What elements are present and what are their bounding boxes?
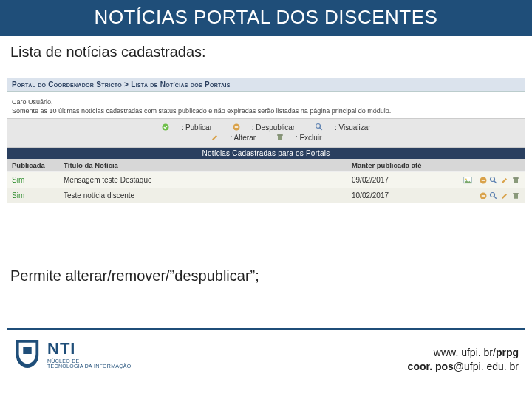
cell-title: Teste notícia discente bbox=[59, 188, 347, 203]
table-row: Sim Mensagem teste Destaque 09/02/2017 bbox=[7, 172, 525, 188]
greeting: Caro Usuário, bbox=[12, 98, 520, 106]
delete-icon[interactable] bbox=[511, 191, 520, 200]
legend-excluir: : Excluir bbox=[271, 133, 327, 142]
cell-date: 09/02/2017 bbox=[347, 172, 443, 188]
svg-line-12 bbox=[494, 180, 497, 183]
delete-icon bbox=[276, 133, 284, 142]
svg-rect-5 bbox=[278, 136, 282, 140]
list-header-bar: Notícias Cadastradas para os Portais bbox=[7, 148, 525, 159]
publish-icon bbox=[161, 123, 170, 132]
svg-point-11 bbox=[491, 177, 495, 181]
edit-icon bbox=[211, 133, 219, 142]
cell-date: 10/02/2017 bbox=[347, 188, 443, 203]
legend-visualizar: : Visualizar bbox=[310, 123, 375, 132]
svg-rect-20 bbox=[513, 193, 519, 194]
svg-line-18 bbox=[494, 197, 497, 199]
contact-block: www. ufpi. br/prpg coor. pos@ufpi. edu. … bbox=[408, 346, 519, 374]
legend-publicar: : Publicar bbox=[157, 123, 216, 132]
cell-actions bbox=[443, 188, 525, 203]
news-panel: Portal do Coordenador Stricto > Lista de… bbox=[7, 78, 525, 203]
footer-logo: NTI NÚCLEO DE TECNOLOGIA DA INFORMAÇÃO bbox=[13, 337, 131, 371]
edit-icon[interactable] bbox=[500, 191, 509, 200]
table-row: Sim Teste notícia discente 10/02/2017 bbox=[7, 188, 525, 203]
cell-pub: Sim bbox=[7, 172, 59, 188]
unpublish-icon bbox=[232, 123, 241, 132]
legend-despublicar: : Despublicar bbox=[228, 123, 299, 132]
info-block: Caro Usuário, Somente as 10 últimas notí… bbox=[7, 92, 525, 118]
footer-divider bbox=[7, 328, 525, 330]
svg-rect-19 bbox=[514, 194, 518, 199]
unpublish-icon[interactable] bbox=[479, 191, 488, 200]
contact-url: www. ufpi. br/prpg bbox=[408, 346, 519, 360]
unpublish-icon[interactable] bbox=[479, 176, 488, 185]
delete-icon[interactable] bbox=[511, 176, 520, 185]
contact-email: coor. pos@ufpi. edu. br bbox=[408, 360, 519, 374]
crest-icon bbox=[13, 337, 41, 371]
cell-pub: Sim bbox=[7, 188, 59, 203]
svg-rect-10 bbox=[481, 180, 485, 181]
col-publicada: Publicada bbox=[7, 159, 59, 172]
svg-rect-14 bbox=[513, 177, 519, 179]
cell-title: Mensagem teste Destaque bbox=[59, 172, 347, 188]
breadcrumb: Portal do Coordenador Stricto > Lista de… bbox=[7, 78, 525, 92]
col-ate: Manter publicada até bbox=[347, 159, 443, 172]
col-actions bbox=[443, 159, 525, 172]
subheader: Lista de notícias cadastradas: bbox=[0, 36, 532, 65]
svg-line-4 bbox=[320, 128, 322, 130]
svg-rect-21 bbox=[23, 347, 31, 355]
news-table: Publicada Título da Notícia Manter publi… bbox=[7, 159, 525, 203]
svg-rect-16 bbox=[481, 195, 485, 197]
hint-text: Somente as 10 últimas notícias cadastrad… bbox=[12, 106, 520, 115]
nti-label: NTI bbox=[47, 339, 131, 358]
cell-actions bbox=[443, 172, 525, 188]
view-icon bbox=[315, 123, 324, 132]
legend-alterar: : Alterar bbox=[206, 133, 260, 142]
nti-subtitle: NÚCLEO DE TECNOLOGIA DA INFORMAÇÃO bbox=[47, 358, 131, 369]
svg-rect-6 bbox=[277, 135, 283, 137]
svg-rect-13 bbox=[514, 178, 518, 183]
nti-block: NTI NÚCLEO DE TECNOLOGIA DA INFORMAÇÃO bbox=[47, 339, 131, 369]
svg-point-3 bbox=[316, 124, 320, 129]
view-icon[interactable] bbox=[489, 191, 498, 200]
page-title: NOTÍCIAS PORTAL DOS DISCENTES bbox=[0, 0, 532, 36]
edit-icon[interactable] bbox=[500, 176, 509, 185]
footnote: Permite alterar/remover/”despublicar”; bbox=[10, 267, 259, 284]
svg-point-8 bbox=[466, 178, 467, 180]
svg-rect-2 bbox=[235, 127, 239, 129]
view-icon[interactable] bbox=[489, 176, 498, 185]
legend-toolbar: : Publicar : Despublicar : Visualizar : … bbox=[7, 118, 525, 148]
col-titulo: Título da Notícia bbox=[59, 159, 347, 172]
image-icon[interactable] bbox=[463, 176, 472, 185]
svg-point-17 bbox=[491, 193, 495, 197]
